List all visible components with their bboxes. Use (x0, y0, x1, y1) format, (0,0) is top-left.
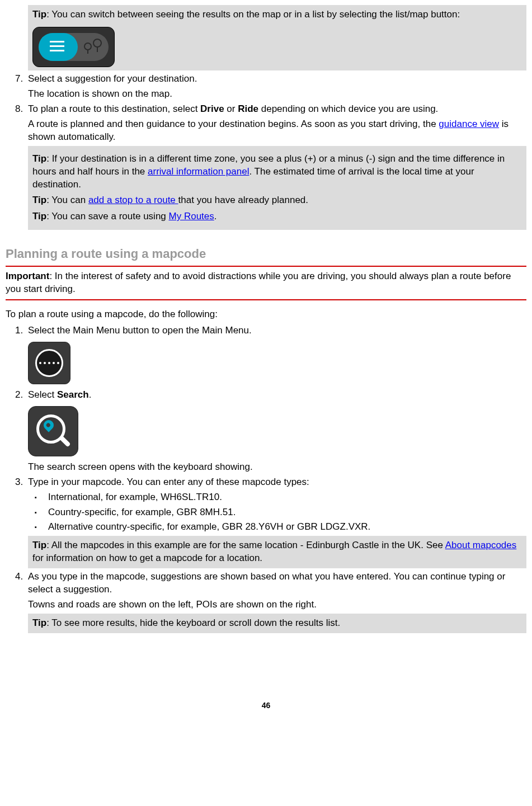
tip-label: Tip (32, 153, 46, 164)
intro-text: To plan a route using a mapcode, do the … (6, 308, 526, 321)
tip-box-listmap: Tip: You can switch between seeing the r… (28, 5, 526, 70)
add-stop-link[interactable]: add a stop to a route (88, 195, 178, 205)
steps-list-continued: Select a suggestion for your destination… (6, 73, 526, 230)
mapcode-type-country: Country-specific, for example, GBR 8MH.5… (44, 506, 526, 519)
step-7-text-b: The location is shown on the map. (28, 88, 526, 101)
tip-text: : To see more results, hide the keyboard… (46, 618, 340, 628)
important-label: Important (6, 271, 49, 281)
important-text: : In the interest of safety and to avoid… (6, 271, 511, 294)
mapcode-step-4: As you type in the mapcode, suggestions … (26, 571, 526, 633)
tip-label: Tip (32, 618, 46, 628)
main-menu-icon (28, 342, 70, 384)
tip-box-timezone: Tip: If your destination is in a differe… (28, 146, 526, 230)
search-icon (28, 406, 78, 456)
arrival-panel-link[interactable]: arrival information panel (148, 166, 249, 177)
tip-label: Tip (32, 195, 46, 205)
mapcode-step-2-after: The search screen opens with the keyboar… (28, 461, 526, 474)
step-7-text-a: Select a suggestion for your destination… (28, 73, 526, 86)
about-mapcodes-link[interactable]: About mapcodes (445, 540, 517, 550)
my-routes-link[interactable]: My Routes (169, 211, 214, 221)
mapcode-type-alt: Alternative country-specific, for exampl… (44, 521, 526, 534)
mapcode-step-3: Type in your mapcode. You can enter any … (26, 476, 526, 569)
mapcode-step-2: Select Search. The search screen opens w… (26, 389, 526, 474)
mapcode-step-3-text: Type in your mapcode. You can enter any … (28, 476, 526, 489)
mapcode-step-1-text: Select the Main Menu button to open the … (28, 324, 526, 337)
step-8-text-a: To plan a route to this destination, sel… (28, 103, 526, 116)
mapcode-types-list: International, for example, WH6SL.TR10. … (28, 491, 526, 534)
step-8: To plan a route to this destination, sel… (26, 103, 526, 230)
tip-text: : You can switch between seeing the resu… (46, 9, 460, 20)
mapcode-type-intl: International, for example, WH6SL.TR10. (44, 491, 526, 504)
section-heading: Planning a route using a mapcode (6, 246, 526, 262)
list-map-toggle-icon (32, 27, 115, 67)
page-number: 46 (6, 700, 526, 711)
tip-box-more-results: Tip: To see more results, hide the keybo… (28, 614, 526, 633)
step-7: Select a suggestion for your destination… (26, 73, 526, 101)
tip-box-mapcodes: Tip: All the mapcodes in this example ar… (28, 536, 526, 568)
mapcode-steps-list: Select the Main Menu button to open the … (6, 324, 526, 633)
mapcode-step-1: Select the Main Menu button to open the … (26, 324, 526, 384)
mapcode-step-2-text: Select Search. (28, 389, 526, 402)
mapcode-step-4-text-a: As you type in the mapcode, suggestions … (28, 571, 526, 596)
guidance-view-link[interactable]: guidance view (439, 119, 499, 129)
tip-label: Tip (32, 211, 46, 221)
step-8-text-b: A route is planned and then guidance to … (28, 118, 526, 144)
tip-label: Tip (32, 540, 46, 550)
important-box: Important: In the interest of safety and… (6, 266, 526, 300)
tip-label: Tip (32, 9, 46, 20)
mapcode-step-4-text-b: Towns and roads are shown on the left, P… (28, 598, 526, 611)
